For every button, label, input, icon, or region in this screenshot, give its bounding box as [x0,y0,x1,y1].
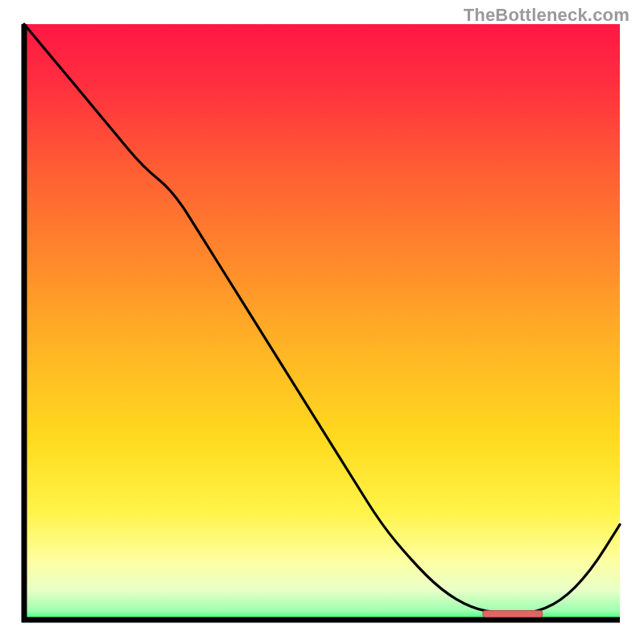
plot-background [24,24,620,620]
svg-rect-0 [483,611,543,617]
bottleneck-chart [0,0,644,644]
minimum-marker [483,611,543,617]
chart-container: TheBottleneck.com [0,0,644,644]
